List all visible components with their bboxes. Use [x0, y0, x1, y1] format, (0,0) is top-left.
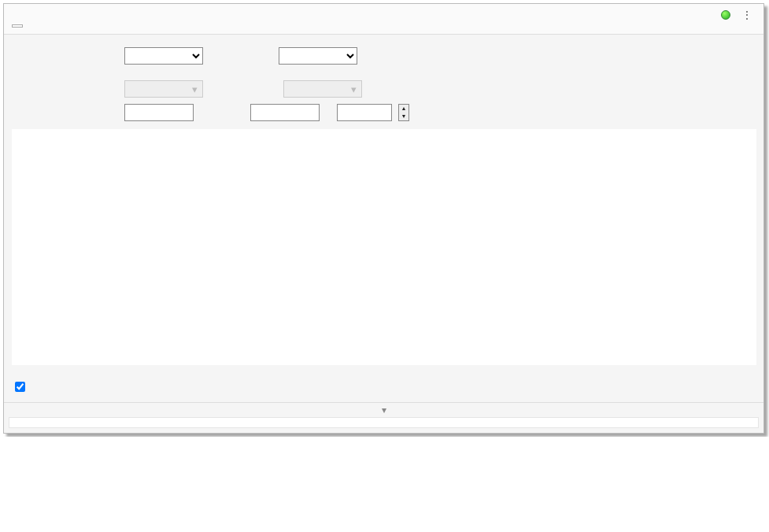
menu-kebab-icon[interactable]: ⋮ [738, 9, 756, 21]
output-display-checkbox[interactable] [15, 382, 25, 392]
collapse-toggle-icon[interactable]: ▾ [4, 402, 763, 417]
correlation-chart [12, 129, 756, 365]
section-vis-title [4, 367, 763, 376]
signal-type-select[interactable] [279, 47, 357, 65]
rmax-input[interactable] [250, 104, 320, 121]
output-var-code [12, 24, 23, 28]
embed-dim-select [124, 80, 203, 98]
plot-area [12, 129, 756, 365]
output-result [9, 417, 759, 428]
spinner-up-icon[interactable]: ▲ [399, 105, 409, 113]
embed-row [4, 77, 763, 101]
titlebar: ⋮ [4, 4, 763, 23]
npts-input[interactable] [337, 104, 392, 121]
radius-row: ▲ ▼ [4, 101, 763, 124]
status-indicator-icon [721, 10, 730, 20]
spinner-down-icon[interactable]: ▼ [399, 113, 409, 120]
time-lag-select [283, 80, 362, 98]
section-signal-title [4, 35, 763, 44]
rmin-input[interactable] [124, 104, 194, 121]
output-display-row [4, 376, 763, 402]
subtitle-bar [4, 23, 763, 35]
signal-select[interactable] [124, 47, 203, 65]
section-params-title [4, 68, 763, 77]
npts-spinner[interactable]: ▲ ▼ [398, 104, 409, 121]
signal-row [4, 44, 763, 68]
task-panel: ⋮ ▲ ▼ [3, 3, 764, 434]
